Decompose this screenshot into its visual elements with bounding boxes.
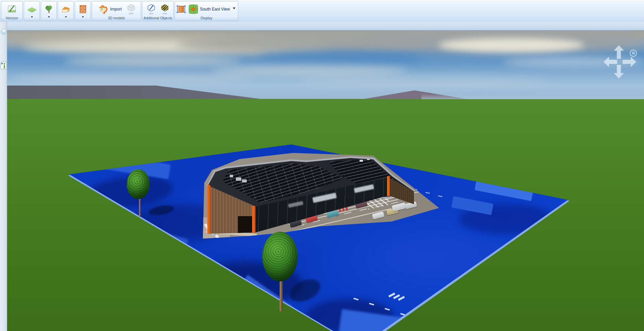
wall-group (75, 1, 91, 21)
display-group: South East View Display (175, 1, 238, 21)
wall-dropdown[interactable] (75, 16, 90, 21)
masking-object-button[interactable] (158, 4, 171, 14)
signage (312, 193, 337, 203)
disabled-dropdown (162, 13, 167, 14)
import-house-icon (98, 4, 108, 14)
tree-trunk (280, 278, 283, 311)
rooftop-equipment (236, 177, 241, 181)
cloud (438, 38, 585, 52)
chevron-down-icon (31, 16, 33, 19)
view-selector-button[interactable]: South East View (187, 4, 237, 14)
additional-objects-group: Additional Objects (142, 1, 174, 21)
view-selector-value: South East View (200, 7, 230, 12)
add-house-button[interactable] (61, 5, 71, 14)
van (391, 202, 406, 211)
chevron-down-icon (2, 31, 5, 34)
sky-gap (258, 51, 421, 65)
map-road-marking (438, 195, 442, 197)
chevron-down-icon (48, 16, 50, 19)
disabled-dropdown (129, 13, 134, 14)
ground-plane-icon (27, 5, 37, 14)
rooftop-equipment (360, 160, 363, 162)
tree-icon (44, 4, 54, 14)
scene-tree-icon (4, 63, 5, 65)
house-roof-icon (61, 5, 71, 14)
import-3d-model-button[interactable]: Import (95, 4, 124, 14)
scene-tree-icon (4, 67, 5, 68)
orange-corner-strip (207, 185, 210, 234)
house-group (58, 1, 74, 21)
viewport-3d[interactable]: N (0, 0, 644, 331)
tree-trunk (139, 196, 141, 217)
collapse-panel-button[interactable] (1, 29, 7, 35)
scene-tree-icon (4, 65, 5, 67)
ground-plane-button[interactable] (27, 5, 37, 14)
draw-object-button[interactable] (145, 4, 158, 14)
rooftop-equipment (242, 179, 247, 182)
models-group-label: 3D models (92, 16, 141, 21)
tree-dropdown[interactable] (41, 16, 56, 21)
orange-corner-strip (387, 176, 390, 196)
parking-stall-line (360, 209, 367, 211)
horizon-sketch-icon (7, 4, 17, 14)
chevron-down-icon[interactable] (233, 7, 236, 11)
tree-group (41, 1, 57, 21)
horizon-button[interactable] (7, 4, 17, 14)
horizon-group: Horizon (1, 1, 23, 21)
disabled-dropdown (149, 13, 154, 14)
display-group-label: Display (175, 16, 238, 21)
ground-plane-group (24, 1, 40, 21)
additional-objects-group-label: Additional Objects (142, 16, 173, 21)
cloud (299, 76, 551, 86)
horizon-group-label: Horizon (1, 16, 22, 21)
parking-stall-line (344, 212, 351, 214)
cloud (211, 65, 408, 77)
map-crosswalk (398, 296, 405, 301)
left-panel-strip (0, 22, 7, 331)
pv-panel-display-button[interactable] (176, 4, 186, 14)
ground-plane-dropdown[interactable] (24, 16, 39, 21)
cloud (65, 56, 241, 66)
add-tree-button[interactable] (44, 4, 54, 14)
signage (354, 184, 374, 193)
hexagon-pencil-icon (147, 4, 156, 12)
ribbon-lower-band (0, 22, 644, 30)
map-road-marking (425, 192, 430, 194)
north-label: N (632, 51, 634, 55)
hexagon-hatched-icon (160, 4, 169, 12)
scene-tree-button[interactable] (1, 62, 7, 69)
chevron-down-icon (82, 16, 84, 19)
models-group: Import 3D models (92, 1, 141, 21)
chevron-down-icon (65, 16, 67, 19)
compass-view-icon (188, 4, 198, 14)
tree[interactable] (262, 232, 298, 281)
ribbon-toolbar: Horizon (0, 0, 644, 22)
scene-tree-icon (1, 63, 3, 64)
application-window: { "ribbon": { "horizon_group": { "label"… (0, 0, 644, 331)
cloud (10, 74, 255, 83)
brick-wall-icon (79, 4, 87, 14)
horizon-haze (421, 94, 644, 99)
parking-stall-line (391, 202, 398, 204)
signage (288, 201, 303, 208)
model-library-button-disabled[interactable] (125, 4, 138, 14)
model-box-icon (127, 4, 136, 12)
tree[interactable] (127, 169, 150, 199)
house-dropdown[interactable] (58, 16, 73, 21)
rooftop-equipment (230, 175, 233, 177)
orange-corner-strip (252, 206, 255, 233)
pv-panel-dimensions-icon (176, 4, 186, 14)
import-label: Import (110, 7, 122, 12)
north-indicator[interactable]: N (630, 50, 637, 57)
add-wall-button[interactable] (79, 4, 87, 14)
